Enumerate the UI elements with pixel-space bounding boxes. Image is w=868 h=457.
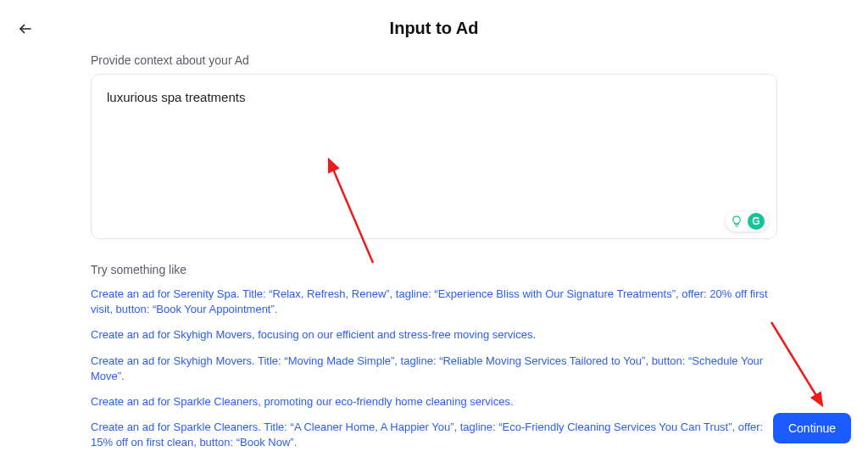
grammarly-icon: G	[748, 213, 765, 230]
page-title: Input to Ad	[0, 0, 868, 38]
lightbulb-icon	[729, 214, 744, 229]
main-content: Provide context about your Ad G Try some…	[91, 38, 777, 451]
context-textarea[interactable]	[107, 90, 761, 223]
suggestion-item[interactable]: Create an ad for Sparkle Cleaners, promo…	[91, 394, 777, 410]
continue-button[interactable]: Continue	[773, 413, 851, 443]
suggestion-item[interactable]: Create an ad for Skyhigh Movers. Title: …	[91, 354, 777, 384]
arrow-left-icon	[18, 21, 33, 36]
grammarly-widget[interactable]: G	[726, 211, 768, 231]
back-button[interactable]	[17, 20, 34, 37]
annotation-arrow-icon	[771, 322, 822, 405]
suggestions-label: Try something like	[91, 263, 777, 276]
context-box: G	[91, 74, 777, 239]
suggestion-item[interactable]: Create an ad for Serenity Spa. Title: “R…	[91, 287, 777, 317]
suggestion-item[interactable]: Create an ad for Sparkle Cleaners. Title…	[91, 420, 777, 450]
context-label: Provide context about your Ad	[91, 53, 777, 67]
suggestion-item[interactable]: Create an ad for Skyhigh Movers, focusin…	[91, 327, 777, 343]
